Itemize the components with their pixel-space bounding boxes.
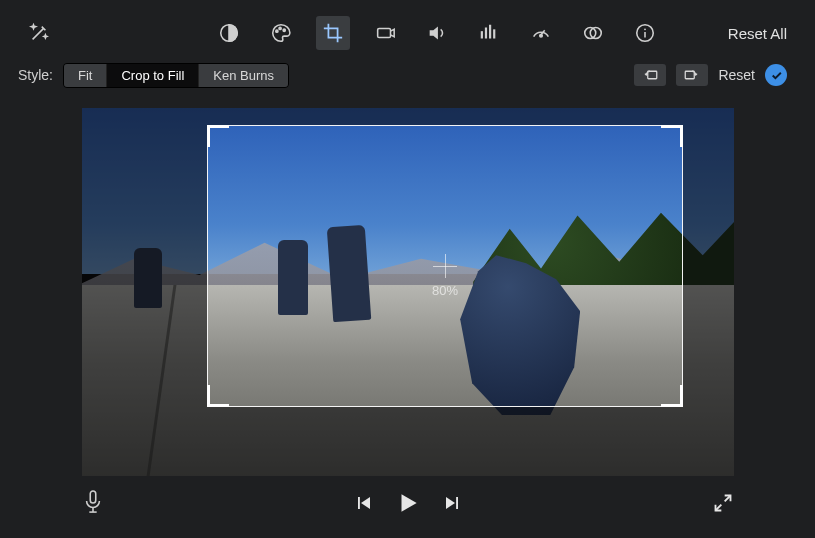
svg-rect-6 [485, 28, 487, 39]
info-icon[interactable] [628, 16, 662, 50]
skip-back-icon [355, 494, 373, 512]
magic-wand-icon[interactable] [22, 16, 56, 50]
checkmark-icon [770, 69, 783, 82]
svg-point-9 [540, 34, 543, 37]
svg-rect-7 [489, 25, 491, 39]
confirm-crop-button[interactable] [765, 64, 787, 86]
contrast-icon[interactable] [212, 16, 246, 50]
volume-icon[interactable] [420, 16, 454, 50]
palette-icon[interactable] [264, 16, 298, 50]
crop-handle-tr[interactable] [661, 125, 683, 147]
crop-handle-br[interactable] [661, 385, 683, 407]
speed-dial-icon[interactable] [524, 16, 558, 50]
voiceover-mic-button[interactable] [82, 489, 110, 517]
svg-rect-4 [378, 28, 391, 37]
svg-rect-17 [358, 497, 360, 509]
playback-bar [82, 486, 733, 520]
fullscreen-button[interactable] [713, 493, 733, 513]
style-ken-burns-button[interactable]: Ken Burns [199, 64, 288, 87]
rotate-cw-icon[interactable] [676, 64, 708, 86]
crop-handle-bl[interactable] [207, 385, 229, 407]
play-button[interactable] [395, 490, 421, 516]
crop-style-row: Style: Fit Crop to Fill Ken Burns Reset [0, 60, 815, 90]
color-overlap-icon[interactable] [576, 16, 610, 50]
svg-rect-5 [481, 31, 483, 38]
reset-all-button[interactable]: Reset All [728, 14, 787, 52]
adjustments-toolbar: Reset All [0, 14, 815, 52]
fullscreen-expand-icon [713, 493, 733, 513]
crop-handle-tl[interactable] [207, 125, 229, 147]
camera-stabilize-icon[interactable] [368, 16, 402, 50]
reset-button[interactable]: Reset [718, 67, 755, 83]
svg-rect-18 [456, 497, 458, 509]
svg-rect-15 [686, 71, 695, 79]
svg-rect-8 [493, 29, 495, 38]
preview-viewer: 80% [82, 108, 734, 476]
svg-point-3 [283, 29, 285, 31]
skip-forward-icon [443, 494, 461, 512]
crop-icon[interactable] [316, 16, 350, 50]
svg-rect-14 [648, 71, 657, 79]
style-crop-to-fill-button[interactable]: Crop to Fill [107, 64, 199, 87]
crop-percent-label: 80% [432, 283, 458, 298]
svg-point-1 [276, 30, 278, 32]
play-icon [395, 490, 421, 516]
style-label: Style: [18, 67, 53, 83]
crop-center-cross-icon [433, 254, 457, 278]
previous-frame-button[interactable] [355, 494, 373, 512]
style-fit-button[interactable]: Fit [64, 64, 107, 87]
crop-rectangle[interactable]: 80% [208, 126, 682, 406]
svg-rect-16 [90, 491, 96, 503]
rotate-ccw-icon[interactable] [634, 64, 666, 86]
svg-point-13 [644, 28, 646, 30]
next-frame-button[interactable] [443, 494, 461, 512]
svg-point-2 [279, 27, 281, 29]
equalizer-icon[interactable] [472, 16, 506, 50]
style-segmented-control: Fit Crop to Fill Ken Burns [63, 63, 289, 88]
